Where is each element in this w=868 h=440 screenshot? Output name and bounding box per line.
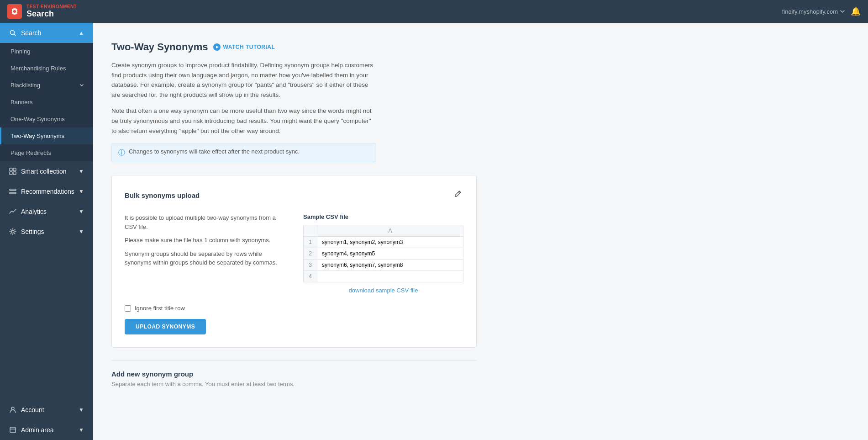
csv-col-empty [304,225,317,237]
settings-label: Settings [21,228,44,235]
upload-synonyms-button[interactable]: UPLOAD SYNONYMS [125,319,206,334]
watch-tutorial-link[interactable]: WATCH TUTORIAL [213,43,275,51]
topbar-page-title: Search [26,9,77,19]
search-icon [9,29,16,37]
description-1: Create synonym groups to improve product… [111,60,376,100]
svg-rect-11 [10,427,16,433]
add-synonym-subtitle: Separate each term with a comma. You mus… [111,381,477,387]
csv-row-num: 4 [304,271,317,282]
csv-row-value: synonym4, synonym5 [317,248,463,260]
csv-row-num: 2 [304,248,317,260]
instruction-2: Please make sure the file has 1 column w… [125,236,285,245]
bulk-upload-card: Bulk synonyms upload It is possible to u… [111,175,477,348]
topbar: TEST ENVIRONMENT Search findify.myshopif… [0,0,868,23]
domain-selector[interactable]: findify.myshopify.com [782,8,845,15]
svg-point-10 [11,407,14,410]
recommendations-icon [9,188,16,195]
settings-icon [9,228,16,235]
csv-sample-label: Sample CSV file [303,213,463,220]
sidebar-item-one-way-synonyms[interactable]: One-Way Synonyms [0,111,93,127]
chevron-down-icon: ▼ [79,228,84,235]
chevron-up-icon: ▲ [79,30,84,36]
page-title: Two-Way Synonyms [111,41,208,53]
csv-sample-area: Sample CSV file A 1synonym1, synonym2, s… [303,213,463,294]
svg-line-2 [14,34,16,36]
chevron-down-icon: ▼ [79,188,84,195]
sidebar-item-account[interactable]: Account ▼ [0,400,93,420]
csv-row-value [317,271,463,282]
sidebar-item-recommendations[interactable]: Recommendations ▼ [0,181,93,201]
topbar-title-area: TEST ENVIRONMENT Search [26,4,77,19]
info-icon: ⓘ [118,148,125,157]
info-box: ⓘ Changes to synonyms will take effect a… [111,143,376,162]
sidebar-item-two-way-synonyms[interactable]: Two-Way Synonyms [0,127,93,144]
edit-icon-button[interactable] [452,188,463,202]
sidebar-item-merchandising-rules[interactable]: Merchandising Rules [0,60,93,77]
info-text: Changes to synonyms will take effect aft… [129,148,300,155]
svg-rect-8 [10,192,16,194]
bulk-instructions: It is possible to upload multiple two-wa… [125,213,285,294]
sidebar-item-admin-area[interactable]: Admin area ▼ [0,420,93,440]
csv-table: A 1synonym1, synonym2, synonym32synonym4… [303,225,463,282]
svg-rect-4 [13,168,16,171]
csv-row: 1synonym1, synonym2, synonym3 [304,237,463,248]
sidebar-item-smart-collection[interactable]: Smart collection ▼ [0,161,93,181]
csv-row-value: synonym1, synonym2, synonym3 [317,237,463,248]
download-csv-link[interactable]: download sample CSV file [303,287,463,294]
main-content: Two-Way Synonyms WATCH TUTORIAL Create s… [93,23,868,440]
instruction-1: It is possible to upload multiple two-wa… [125,213,285,231]
bulk-footer: Ignore first title row UPLOAD SYNONYMS [125,305,463,334]
recommendations-label: Recommendations [21,188,74,195]
sidebar-search-section: Search ▲ Pinning Merchandising Rules Bla… [0,23,93,161]
sidebar-item-page-redirects[interactable]: Page Redirects [0,144,93,161]
sidebar-sub-items: Pinning Merchandising Rules Blacklisting… [0,43,93,161]
admin-icon [9,426,16,434]
add-synonym-section: Add new synonym group Separate each term… [111,370,477,387]
layout: Search ▲ Pinning Merchandising Rules Bla… [0,23,868,440]
instruction-3: Synonym groups should be separated by ro… [125,249,285,267]
csv-row: 4 [304,271,463,282]
env-label: TEST ENVIRONMENT [26,4,77,9]
svg-rect-6 [13,172,16,175]
svg-point-0 [13,10,16,13]
divider [111,360,477,361]
sidebar-item-blacklisting[interactable]: Blacklisting [0,77,93,94]
ignore-title-checkbox[interactable] [125,305,131,312]
analytics-label: Analytics [21,208,47,215]
description-2: Note that often a one way synonym can be… [111,106,376,136]
play-icon [213,43,221,51]
bulk-card-body: It is possible to upload multiple two-wa… [125,213,463,294]
add-synonym-title: Add new synonym group [111,370,477,378]
csv-row: 2synonym4, synonym5 [304,248,463,260]
sidebar-item-analytics[interactable]: Analytics ▼ [0,201,93,222]
csv-row: 3synonym6, synonym7, synonym8 [304,260,463,271]
logo-icon [7,4,22,19]
ignore-title-row-row: Ignore first title row [125,305,463,312]
svg-rect-7 [10,189,16,191]
chevron-down-icon: ▼ [79,427,84,433]
svg-line-13 [458,192,460,193]
analytics-icon [9,208,16,215]
csv-row-value: synonym6, synonym7, synonym8 [317,260,463,271]
notification-bell[interactable]: 🔔 [851,6,861,16]
ignore-title-label[interactable]: Ignore first title row [135,305,185,312]
chevron-down-icon [79,83,84,88]
account-label: Account [21,406,44,413]
sidebar-item-search[interactable]: Search ▲ [0,23,93,43]
topbar-left: TEST ENVIRONMENT Search [7,4,77,19]
topbar-right: findify.myshopify.com 🔔 [782,6,861,16]
grid-icon [9,168,16,175]
sidebar-item-settings[interactable]: Settings ▼ [0,222,93,242]
account-icon [9,406,16,413]
svg-point-9 [11,230,14,233]
chevron-down-icon: ▼ [79,168,84,175]
sidebar-item-banners[interactable]: Banners [0,94,93,111]
page-title-row: Two-Way Synonyms WATCH TUTORIAL [111,41,850,53]
sidebar-bottom: Account ▼ Admin area ▼ [0,400,93,440]
csv-row-num: 3 [304,260,317,271]
admin-area-label: Admin area [21,426,54,434]
sidebar-item-pinning[interactable]: Pinning [0,43,93,60]
chevron-down-icon [840,9,845,14]
domain-text: findify.myshopify.com [782,8,838,15]
watch-tutorial-label: WATCH TUTORIAL [223,44,275,50]
